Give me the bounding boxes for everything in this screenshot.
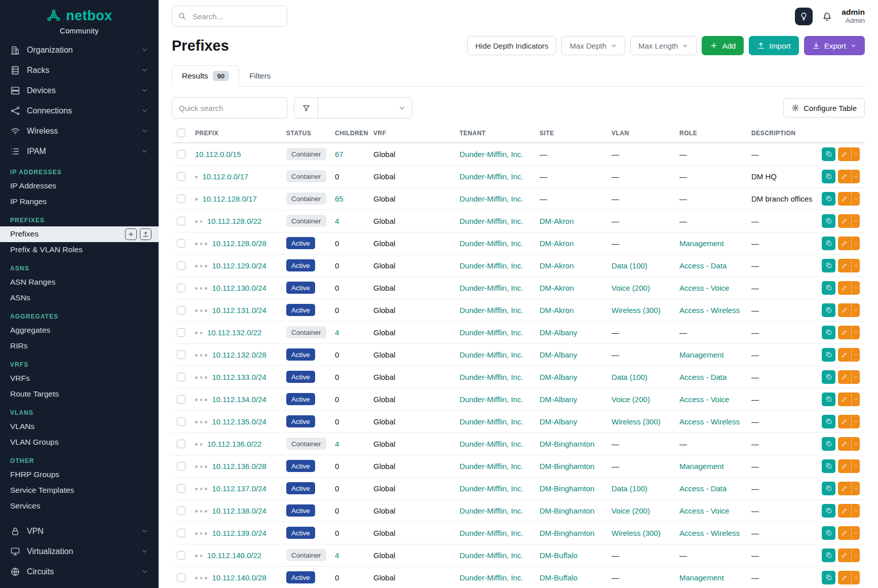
edit-dropdown-caret[interactable] <box>851 170 860 183</box>
site-link[interactable]: DM-Albany <box>540 350 577 359</box>
role-link[interactable]: Management <box>679 573 724 582</box>
tenant-link[interactable]: Dunder-Mifflin, Inc. <box>460 172 523 181</box>
row-checkbox[interactable] <box>177 506 185 515</box>
row-checkbox[interactable] <box>177 350 185 359</box>
edit-dropdown-caret[interactable] <box>851 548 860 562</box>
role-link[interactable]: Access - Wireless <box>679 417 740 426</box>
sidebar-item-organization[interactable]: Organization <box>0 40 159 60</box>
children-count-link[interactable]: 65 <box>335 194 343 203</box>
row-checkbox[interactable] <box>177 284 185 292</box>
edit-dropdown-caret[interactable] <box>851 482 860 495</box>
tenant-link[interactable]: Dunder-Mifflin, Inc. <box>460 373 523 381</box>
global-search-input[interactable] <box>172 6 287 27</box>
sidebar-item-fhrp-groups[interactable]: FHRP Groups <box>0 467 159 483</box>
sidebar-item-devices[interactable]: Devices <box>0 81 159 101</box>
column-header-vlan[interactable]: VLAN <box>606 125 674 143</box>
vlan-link[interactable]: Wireless (300) <box>612 529 661 537</box>
edit-button[interactable] <box>838 437 860 451</box>
prefix-link[interactable]: 10.112.0.0/17 <box>203 172 249 181</box>
copy-button[interactable] <box>822 415 835 428</box>
edit-dropdown-caret[interactable] <box>851 348 860 362</box>
site-link[interactable]: DM-Albany <box>540 395 577 404</box>
sidebar-item-asns[interactable]: ASNs <box>0 290 159 306</box>
sidebar-item-aggregates[interactable]: Aggregates <box>0 323 159 338</box>
sidebar-item-vlans[interactable]: VLANs <box>0 419 159 435</box>
tenant-link[interactable]: Dunder-Mifflin, Inc. <box>460 306 523 315</box>
prefix-link[interactable]: 10.112.135.0/24 <box>212 417 266 426</box>
role-link[interactable]: Access - Data <box>679 484 727 493</box>
edit-button[interactable] <box>838 237 860 250</box>
children-count-link[interactable]: 4 <box>335 217 339 225</box>
copy-button[interactable] <box>822 393 835 406</box>
copy-button[interactable] <box>822 459 835 473</box>
copy-button[interactable] <box>822 548 835 562</box>
column-header-site[interactable]: Site <box>535 125 606 143</box>
prefix-link[interactable]: 10.112.129.0/24 <box>212 261 266 270</box>
site-link[interactable]: DM-Akron <box>540 284 574 292</box>
edit-button[interactable] <box>838 348 860 362</box>
sidebar-item-connections[interactable]: Connections <box>0 101 159 121</box>
edit-button[interactable] <box>838 459 860 473</box>
tenant-link[interactable]: Dunder-Mifflin, Inc. <box>460 217 523 225</box>
tenant-link[interactable]: Dunder-Mifflin, Inc. <box>460 462 523 471</box>
vlan-link[interactable]: Wireless (300) <box>612 306 661 315</box>
prefix-link[interactable]: 10.112.132.0/28 <box>212 350 266 359</box>
row-checkbox[interactable] <box>177 529 185 537</box>
site-link[interactable]: DM-Akron <box>540 217 574 225</box>
edit-dropdown-caret[interactable] <box>851 237 860 250</box>
tenant-link[interactable]: Dunder-Mifflin, Inc. <box>460 440 523 448</box>
edit-button[interactable] <box>838 147 860 161</box>
copy-button[interactable] <box>822 437 835 451</box>
prefix-link[interactable]: 10.112.136.0/22 <box>207 440 261 448</box>
tenant-link[interactable]: Dunder-Mifflin, Inc. <box>460 194 523 203</box>
edit-dropdown-caret[interactable] <box>851 214 860 228</box>
max-length-dropdown[interactable]: Max Length <box>630 36 697 55</box>
tenant-link[interactable]: Dunder-Mifflin, Inc. <box>460 261 523 270</box>
tenant-link[interactable]: Dunder-Mifflin, Inc. <box>460 551 523 560</box>
sidebar-item-vlan-groups[interactable]: VLAN Groups <box>0 435 159 450</box>
site-link[interactable]: DM-Binghamton <box>540 440 594 448</box>
column-header-prefix[interactable]: Prefix <box>190 125 281 143</box>
edit-button[interactable] <box>838 393 860 406</box>
edit-dropdown-caret[interactable] <box>851 281 860 295</box>
tab-results[interactable]: Results 90 <box>172 65 239 87</box>
prefix-link[interactable]: 10.112.130.0/24 <box>212 284 266 292</box>
sidebar-item-vpn[interactable]: VPN <box>0 521 159 541</box>
vlan-link[interactable]: Data (100) <box>612 373 647 381</box>
sidebar-item-circuits[interactable]: Circuits <box>0 562 159 582</box>
column-header-description[interactable]: Description <box>746 125 816 143</box>
tenant-link[interactable]: Dunder-Mifflin, Inc. <box>460 506 523 515</box>
row-checkbox[interactable] <box>177 440 185 448</box>
select-all-checkbox[interactable] <box>177 129 185 137</box>
site-link[interactable]: DM-Binghamton <box>540 484 594 493</box>
row-checkbox[interactable] <box>177 150 185 159</box>
theme-toggle-button[interactable] <box>795 8 813 25</box>
configure-table-button[interactable]: Configure Table <box>783 98 865 117</box>
prefix-link[interactable]: 10.112.138.0/24 <box>212 506 266 515</box>
site-link[interactable]: DM-Binghamton <box>540 506 594 515</box>
sidebar-item-prefixes[interactable]: Prefixes <box>0 226 159 242</box>
row-checkbox[interactable] <box>177 551 185 560</box>
row-checkbox[interactable] <box>177 573 185 582</box>
edit-dropdown-caret[interactable] <box>851 459 860 473</box>
tenant-link[interactable]: Dunder-Mifflin, Inc. <box>460 573 523 582</box>
tenant-link[interactable]: Dunder-Mifflin, Inc. <box>460 484 523 493</box>
copy-button[interactable] <box>822 303 835 317</box>
role-link[interactable]: Access - Data <box>679 373 727 381</box>
copy-button[interactable] <box>822 504 835 518</box>
role-link[interactable]: Access - Data <box>679 261 727 270</box>
edit-button[interactable] <box>838 370 860 384</box>
max-depth-dropdown[interactable]: Max Depth <box>561 36 625 55</box>
sidebar-item-ip-addresses[interactable]: IP Addresses <box>0 178 159 194</box>
row-checkbox[interactable] <box>177 417 185 426</box>
copy-button[interactable] <box>822 214 835 228</box>
sidebar-item-rirs[interactable]: RIRs <box>0 338 159 354</box>
site-link[interactable]: DM-Albany <box>540 373 577 381</box>
filter-button[interactable] <box>294 98 318 118</box>
edit-dropdown-caret[interactable] <box>851 437 860 451</box>
prefix-link[interactable]: 10.112.137.0/24 <box>212 484 266 493</box>
site-link[interactable]: DM-Binghamton <box>540 529 594 537</box>
edit-button[interactable] <box>838 326 860 339</box>
children-count-link[interactable]: 4 <box>335 328 339 337</box>
edit-button[interactable] <box>838 192 860 206</box>
